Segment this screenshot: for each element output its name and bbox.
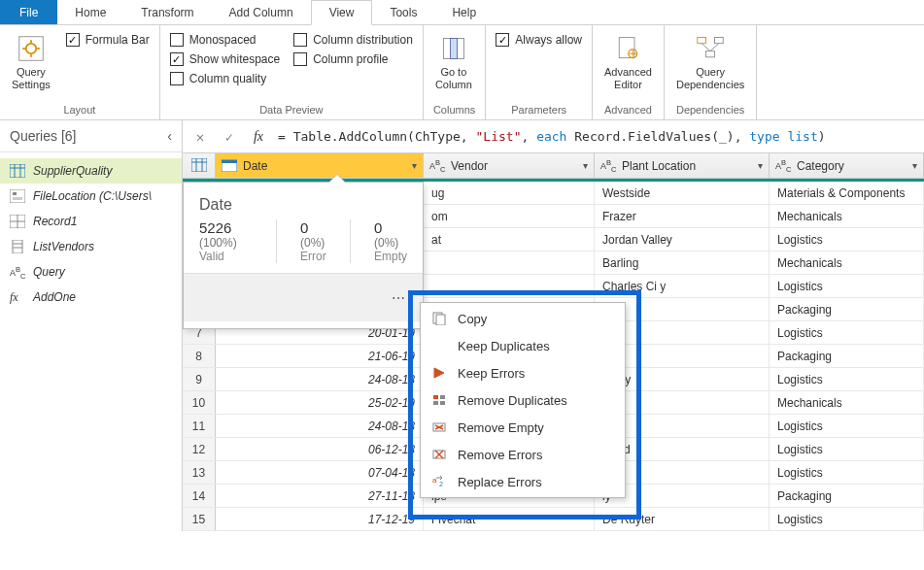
cell-category[interactable]: Packaging: [770, 485, 924, 507]
query-item-listvendors[interactable]: ListVendors: [0, 234, 182, 259]
remove-duplicates-icon: [430, 392, 448, 408]
monospaced-checkbox[interactable]: Monospaced: [170, 33, 280, 47]
menu-file[interactable]: File: [0, 0, 57, 24]
menu-replace-errors[interactable]: a2 Replace Errors: [423, 468, 623, 495]
row-index: 9: [183, 368, 216, 390]
cell-category[interactable]: Logistics: [770, 321, 924, 344]
query-dependencies-button[interactable]: Query Dependencies: [674, 29, 746, 95]
menu-home[interactable]: Home: [57, 0, 123, 24]
gear-icon: [16, 33, 47, 64]
table-row[interactable]: 1517-12-19FivechatDe RuyterLogistics: [183, 508, 924, 531]
query-item-query[interactable]: ABC Query: [0, 259, 182, 285]
svg-rect-7: [450, 39, 457, 59]
cell-date[interactable]: 06-12-18: [216, 438, 424, 460]
always-allow-checkbox[interactable]: ✓Always allow: [496, 33, 582, 47]
column-distribution-checkbox[interactable]: Column distribution: [293, 33, 413, 47]
column-header-category[interactable]: ABC Category ▾: [770, 153, 924, 178]
svg-rect-38: [433, 395, 438, 399]
query-item-record1[interactable]: Record1: [0, 209, 182, 234]
cell-category[interactable]: Packaging: [770, 345, 924, 367]
cell-vendor[interactable]: ug: [424, 182, 595, 204]
menu-view[interactable]: View: [311, 0, 373, 25]
fx-icon[interactable]: fx: [249, 127, 268, 147]
column-profile-checkbox[interactable]: Column profile: [293, 52, 413, 66]
menu-remove-empty[interactable]: Remove Empty: [423, 414, 623, 441]
show-whitespace-checkbox[interactable]: ✓Show whitespace: [170, 52, 280, 66]
cell-category[interactable]: Logistics: [770, 368, 924, 390]
cell-plant[interactable]: Frazer: [595, 205, 770, 227]
chevron-down-icon[interactable]: ▾: [758, 160, 763, 171]
text-type-icon: ABC: [429, 158, 447, 174]
menu-keep-errors[interactable]: Keep Errors: [423, 359, 623, 386]
query-item-filelocation[interactable]: FileLocation (C:\Users\: [0, 184, 182, 209]
cell-date[interactable]: 24-08-18: [216, 368, 424, 390]
query-item-addone[interactable]: fx AddOne: [0, 285, 182, 310]
goto-column-button[interactable]: Go to Column: [433, 29, 474, 95]
cell-category[interactable]: Mechanicals: [770, 251, 924, 274]
chevron-down-icon[interactable]: ▾: [583, 160, 588, 171]
column-header-plant-location[interactable]: ABC Plant Location ▾: [595, 153, 770, 178]
ribbon-label-parameters: Parameters: [496, 102, 582, 119]
formula-bar-checkbox[interactable]: ✓Formula Bar: [66, 33, 150, 47]
cell-vendor[interactable]: Fivechat: [424, 508, 595, 530]
cell-vendor[interactable]: [424, 275, 595, 297]
advanced-editor-button[interactable]: Advanced Editor: [602, 29, 654, 95]
menu-add-column[interactable]: Add Column: [212, 0, 311, 24]
cell-category[interactable]: Logistics: [770, 438, 924, 460]
menu-copy[interactable]: Copy: [423, 305, 623, 332]
cell-plant[interactable]: De Ruyter: [595, 508, 770, 530]
cell-category[interactable]: Logistics: [770, 228, 924, 251]
cancel-formula-icon[interactable]: ✕: [190, 127, 210, 147]
cell-date[interactable]: 25-02-19: [216, 391, 424, 414]
blank-icon: [430, 338, 448, 353]
svg-rect-13: [715, 38, 724, 44]
cell-category[interactable]: Logistics: [770, 461, 924, 484]
column-header-vendor[interactable]: ABC Vendor ▾: [424, 153, 595, 178]
cell-category[interactable]: Materials & Components: [770, 182, 924, 204]
ribbon-group-advanced: Advanced Editor Advanced: [593, 25, 665, 119]
fx-icon: fx: [10, 290, 25, 304]
more-options-button[interactable]: ⋯: [388, 289, 409, 307]
cell-plant[interactable]: Jordan Valley: [595, 228, 770, 251]
column-header-date[interactable]: Date ▾: [216, 153, 424, 178]
formula-input[interactable]: = Table.AddColumn(ChType, "List", each R…: [278, 129, 916, 144]
menu-keep-duplicates[interactable]: Keep Duplicates: [423, 332, 623, 359]
remove-empty-icon: [430, 419, 448, 435]
ribbon-group-parameters: ✓Always allow Parameters: [486, 25, 593, 119]
chevron-down-icon[interactable]: ▾: [412, 160, 417, 171]
ribbon-label-advanced: Advanced: [602, 102, 654, 119]
cell-category[interactable]: Packaging: [770, 298, 924, 320]
chevron-down-icon[interactable]: ▾: [912, 160, 917, 171]
cell-vendor[interactable]: at: [424, 228, 595, 251]
menu-transform[interactable]: Transform: [123, 0, 211, 24]
query-item-supplierquality[interactable]: SupplierQuality: [0, 158, 182, 184]
cell-vendor[interactable]: om: [424, 205, 595, 227]
cell-date[interactable]: 27-11-18: [216, 485, 424, 507]
cell-date[interactable]: 17-12-19: [216, 508, 424, 530]
cell-category[interactable]: Mechanicals: [770, 391, 924, 414]
column-quality-checkbox[interactable]: Column quality: [170, 72, 280, 85]
menu-remove-duplicates[interactable]: Remove Duplicates: [423, 386, 623, 414]
ribbon-group-dependencies: Query Dependencies Dependencies: [665, 25, 757, 119]
cell-date[interactable]: 21-06-19: [216, 345, 424, 367]
menu-tools[interactable]: Tools: [372, 0, 434, 24]
query-settings-button[interactable]: Query Settings: [10, 29, 52, 95]
svg-rect-27: [13, 240, 22, 253]
accept-formula-icon[interactable]: ✓: [220, 127, 239, 147]
menu-help[interactable]: Help: [434, 0, 494, 24]
cell-category[interactable]: Logistics: [770, 508, 924, 530]
menu-remove-errors[interactable]: Remove Errors: [423, 441, 623, 468]
cell-vendor[interactable]: [424, 251, 595, 274]
cell-category[interactable]: Logistics: [770, 275, 924, 297]
ribbon-group-layout: Query Settings ✓Formula Bar Layout: [0, 25, 160, 119]
cell-category[interactable]: Mechanicals: [770, 205, 924, 227]
grid-corner[interactable]: [183, 153, 216, 178]
cell-plant[interactable]: Charles Ci y: [595, 275, 770, 297]
cell-category[interactable]: Logistics: [770, 415, 924, 437]
cell-date[interactable]: 07-04-18: [216, 461, 424, 484]
cell-plant[interactable]: Westside: [595, 182, 770, 204]
svg-rect-39: [440, 395, 445, 399]
collapse-panel-icon[interactable]: ‹: [167, 128, 172, 144]
cell-plant[interactable]: Barling: [595, 251, 770, 274]
cell-date[interactable]: 24-08-18: [216, 415, 424, 437]
